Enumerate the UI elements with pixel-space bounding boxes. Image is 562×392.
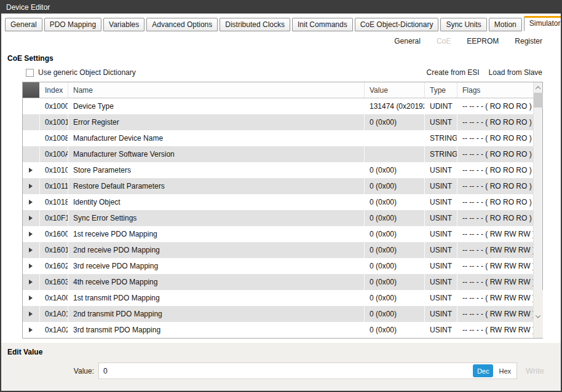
subnav-coe[interactable]: CoE (437, 37, 451, 45)
hex-toggle-button[interactable]: Hex (494, 364, 515, 377)
expand-arrow-icon[interactable] (29, 184, 33, 189)
cell-type: USINT (425, 194, 457, 210)
value-input[interactable] (99, 363, 473, 378)
select-all-corner-cell[interactable] (23, 82, 40, 98)
table-row[interactable]: 0x10F1Sync Error Settings0 (0x00)USINT--… (23, 210, 533, 226)
tab-init-commands[interactable]: Init Commands (292, 18, 353, 31)
col-header-flags[interactable]: Flags (457, 82, 533, 98)
cell-value: 0 (0x00) (365, 242, 425, 258)
cell-flags: -- -- - - ( RW RW RW ) (457, 258, 533, 274)
cell-name: 3rd receive PDO Mapping (68, 258, 365, 274)
col-header-type[interactable]: Type (425, 82, 457, 98)
tab-pdo-mapping[interactable]: PDO Mapping (44, 18, 101, 31)
use-generic-od-checkbox[interactable] (26, 69, 34, 77)
cell-flags: -- -- - - ( RO RO RO ) (457, 178, 533, 194)
expander-cell[interactable] (23, 242, 40, 258)
expand-arrow-icon[interactable] (29, 280, 33, 284)
chevron-down-icon (536, 313, 540, 318)
table-row[interactable]: 0x1008Manufacturer Device NameSTRING(1)-… (23, 130, 533, 146)
expander-cell[interactable] (23, 258, 40, 274)
cell-type: USINT (425, 322, 457, 338)
grid-rows: 0x1000Device Type131474 (0x20192)UDINT--… (23, 98, 533, 338)
create-from-esi-link[interactable]: Create from ESI (427, 68, 480, 77)
cell-value: 0 (0x00) (365, 322, 425, 338)
tab-simulator[interactable]: Simulator (524, 16, 562, 31)
tab-general[interactable]: General (5, 18, 42, 31)
cell-type: USINT (425, 242, 457, 258)
table-row[interactable]: 0x1011Restore Default Parameters0 (0x00)… (23, 178, 533, 194)
tab-variables[interactable]: Variables (103, 18, 144, 31)
tab-coe-object-dictionary[interactable]: CoE Object-Dictionary (355, 18, 439, 31)
expander-cell[interactable] (23, 162, 40, 178)
subnav-general[interactable]: General (394, 37, 421, 45)
cell-index: 0x100A (40, 146, 68, 162)
cell-index: 0x1008 (40, 130, 68, 146)
cell-name: 2nd receive PDO Mapping (68, 242, 365, 258)
cell-name: Manufacturer Software Version (68, 146, 365, 162)
load-from-slave-link[interactable]: Load from Slave (489, 68, 542, 77)
expand-arrow-icon[interactable] (29, 264, 33, 269)
cell-flags: -- -- - - ( RO RO RO ) (457, 146, 533, 162)
cell-index: 0x1602 (40, 258, 68, 274)
write-button[interactable]: Write (526, 366, 544, 375)
expander-cell[interactable] (23, 274, 40, 290)
scrollbar-thumb[interactable] (534, 93, 543, 108)
cell-name: Error Register (68, 114, 365, 130)
expand-arrow-icon[interactable] (29, 327, 33, 332)
subnav-register[interactable]: Register (515, 37, 542, 45)
cell-value: 0 (0x00) (365, 162, 425, 178)
expand-arrow-icon[interactable] (29, 232, 33, 237)
tab-advanced-options[interactable]: Advanced Options (146, 18, 218, 31)
expand-arrow-icon[interactable] (29, 248, 33, 253)
subnav-eeprom[interactable]: EEPROM (467, 37, 499, 45)
table-row[interactable]: 0x16012nd receive PDO Mapping0 (0x00)USI… (23, 242, 533, 258)
col-header-value[interactable]: Value (365, 82, 425, 98)
table-row[interactable]: 0x1010Store Parameters0 (0x00)USINT-- --… (23, 162, 533, 178)
cell-name: 4th receive PDO Mapping (68, 274, 365, 290)
scroll-down-button[interactable] (534, 290, 543, 338)
table-row[interactable]: 0x1000Device Type131474 (0x20192)UDINT--… (23, 98, 533, 114)
expander-cell (23, 114, 40, 130)
options-row: Use generic Object Dictionary Create fro… (26, 68, 542, 77)
expander-cell[interactable] (23, 226, 40, 242)
table-row[interactable]: 0x16034th receive PDO Mapping0 (0x00)USI… (23, 274, 533, 290)
table-row[interactable]: 0x1001Error Register0 (0x00)USINT-- -- -… (23, 114, 533, 130)
table-row[interactable]: 0x1A001st transmit PDO Mapping0 (0x00)US… (23, 290, 533, 306)
tab-distributed-clocks[interactable]: Distributed Clocks (220, 18, 290, 31)
tab-motion[interactable]: Motion (489, 18, 522, 31)
col-header-name[interactable]: Name (68, 82, 365, 98)
expander-cell[interactable] (23, 210, 40, 226)
expander-cell[interactable] (23, 306, 40, 322)
table-row[interactable]: 0x16001st receive PDO Mapping0 (0x00)USI… (23, 226, 533, 242)
cell-flags: -- -- - - ( RW RW RW ) (457, 274, 533, 290)
vertical-scrollbar[interactable] (533, 82, 542, 338)
expand-arrow-icon[interactable] (29, 168, 33, 173)
table-row[interactable]: 0x1018Identity Object0 (0x00)USINT-- -- … (23, 194, 533, 210)
cell-value: 131474 (0x20192) (365, 98, 425, 114)
table-row[interactable]: 0x1A012nd transmit PDO Mapping0 (0x00)US… (23, 306, 533, 322)
cell-value: 0 (0x00) (365, 178, 425, 194)
expand-arrow-icon[interactable] (29, 200, 33, 205)
table-row[interactable]: 0x1A023rd transmit PDO Mapping0 (0x00)US… (23, 322, 533, 338)
expander-cell[interactable] (23, 194, 40, 210)
col-header-index[interactable]: Index (40, 82, 68, 98)
cell-flags: -- -- - - ( RO RO RO ) (457, 98, 533, 114)
expand-arrow-icon[interactable] (29, 216, 33, 221)
expand-arrow-icon[interactable] (29, 296, 33, 300)
expand-arrow-icon[interactable] (29, 312, 33, 316)
cell-value: 0 (0x00) (365, 114, 425, 130)
use-generic-od-row[interactable]: Use generic Object Dictionary (26, 68, 136, 77)
dec-toggle-button[interactable]: Dec (473, 364, 494, 377)
grid-content: Index Name Value Type Flags 0x1000Device… (23, 82, 533, 338)
table-row[interactable]: 0x100AManufacturer Software VersionSTRIN… (23, 146, 533, 162)
tab-sync-units[interactable]: Sync Units (440, 18, 486, 31)
tab-bar: GeneralPDO MappingVariablesAdvanced Opti… (1, 14, 561, 31)
expander-cell[interactable] (23, 322, 40, 338)
object-dictionary-grid: Index Name Value Type Flags 0x1000Device… (22, 82, 543, 339)
scroll-up-button[interactable] (534, 82, 543, 93)
cell-flags: -- -- - - ( RO RO RO ) (457, 194, 533, 210)
expander-cell[interactable] (23, 178, 40, 194)
expander-cell[interactable] (23, 290, 40, 306)
cell-name: Identity Object (68, 194, 365, 210)
table-row[interactable]: 0x16023rd receive PDO Mapping0 (0x00)USI… (23, 258, 533, 274)
